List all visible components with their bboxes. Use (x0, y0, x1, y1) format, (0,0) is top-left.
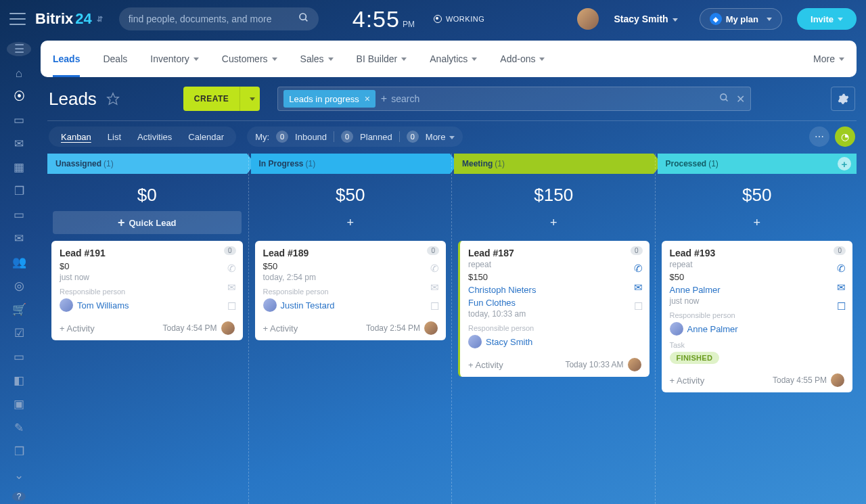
add-activity[interactable]: + Activity (468, 360, 503, 370)
view-list[interactable]: List (99, 129, 129, 145)
add-activity[interactable]: + Activity (60, 323, 95, 334)
rail-chat-icon[interactable]: ✉ (10, 137, 28, 151)
invite-button[interactable]: Invite (797, 8, 857, 30)
inbound-label[interactable]: Inbound (295, 132, 327, 142)
contact-link[interactable]: Anne Palmer (670, 285, 845, 295)
stage-header[interactable]: Processed (1) + (658, 154, 857, 174)
rail-doc-icon[interactable]: ▭ (10, 113, 28, 127)
rail-present-icon[interactable]: ▣ (10, 397, 28, 411)
rail-more-icon[interactable]: ⌄ (10, 468, 28, 482)
rail-file-icon[interactable]: ❐ (10, 184, 28, 198)
stage-header[interactable]: Unassigned (1) (47, 154, 247, 174)
responsible-person[interactable]: Tom Williams (60, 298, 235, 312)
tab-leads[interactable]: Leads (53, 41, 80, 77)
filter-bar[interactable]: Leads in progress × + ✕ (277, 87, 751, 111)
tab-more[interactable]: More (813, 41, 844, 77)
add-card-button[interactable]: + (658, 211, 857, 234)
quick-lead-button[interactable]: +Quick Lead (53, 211, 242, 234)
settings-button[interactable] (831, 87, 855, 111)
rail-mail-icon[interactable]: ✉ (10, 231, 28, 246)
view-calendar[interactable]: Calendar (180, 129, 232, 145)
mail-icon[interactable]: ✉ (430, 281, 439, 294)
brand-caret-icon[interactable]: ⇵ (97, 15, 103, 24)
filter-chip[interactable]: Leads in progress × (283, 90, 375, 108)
phone-icon[interactable]: ✆ (227, 262, 236, 275)
rail-sign-icon[interactable]: ✎ (10, 421, 28, 435)
phone-icon[interactable]: ✆ (430, 262, 439, 275)
rail-filter-icon[interactable]: ☰ (7, 42, 31, 56)
rail-box-icon[interactable]: ❒ (10, 444, 28, 459)
rail-badge-icon[interactable]: ▭ (10, 350, 28, 364)
lead-card[interactable]: 0 Lead #187 repeat $150 Christoph Nieter… (458, 241, 650, 377)
create-button[interactable]: CREATE (183, 87, 260, 111)
lead-card[interactable]: 0 Lead #189 $50 today, 2:54 pm Responsib… (255, 241, 447, 340)
rail-target-icon[interactable]: ◎ (10, 279, 28, 293)
stage-header[interactable]: In Progress (1) (251, 154, 451, 174)
stage-header[interactable]: Meeting (1) (454, 154, 654, 174)
user-menu[interactable]: Stacy Smith (614, 14, 677, 24)
phone-icon[interactable]: ✆ (634, 262, 643, 275)
rail-home-icon[interactable]: ⌂ (10, 67, 28, 81)
lead-card[interactable]: 0 Lead #193 repeat $50 Anne Palmer just … (662, 241, 853, 392)
view-activities[interactable]: Activities (129, 129, 180, 145)
robot-button[interactable]: ◔ (835, 127, 855, 147)
brand-logo[interactable]: Bitrix24 ⇵ (35, 10, 103, 28)
card-footer-meta: Today 10:33 AM (565, 358, 641, 371)
chat-icon[interactable]: ☐ (837, 300, 846, 313)
responsible-person[interactable]: Stacy Smith (468, 335, 641, 348)
rail-calendar-icon[interactable]: ▦ (10, 160, 28, 175)
tab-inventory[interactable]: Inventory (150, 41, 199, 77)
chip-remove-icon[interactable]: × (365, 93, 370, 104)
search-input[interactable] (129, 14, 298, 24)
chat-icon[interactable]: ☐ (227, 300, 236, 313)
filter-clear-icon[interactable]: ✕ (736, 93, 745, 106)
add-activity[interactable]: + Activity (263, 323, 298, 334)
my-plan-button[interactable]: ◆ My plan (700, 8, 782, 30)
add-activity[interactable]: + Activity (670, 375, 705, 386)
planned-label[interactable]: Planned (360, 132, 392, 142)
mail-icon[interactable]: ✉ (837, 281, 846, 294)
stage-count: (1) (708, 159, 719, 168)
add-card-button[interactable]: + (454, 211, 654, 234)
star-icon[interactable] (106, 92, 120, 106)
mail-icon[interactable]: ✉ (634, 281, 643, 294)
help-icon[interactable]: ? (12, 492, 26, 501)
chat-icon[interactable]: ☐ (430, 300, 439, 313)
responsible-person[interactable]: Anne Palmer (670, 322, 845, 336)
working-status[interactable]: WORKING (434, 15, 484, 23)
user-avatar[interactable] (577, 8, 599, 30)
rail-network-icon[interactable]: ⦿ (10, 90, 28, 104)
rail-card-icon[interactable]: ▭ (10, 208, 28, 222)
more-options-button[interactable]: ⋯ (809, 127, 829, 147)
mail-icon[interactable]: ✉ (227, 281, 236, 294)
lead-card[interactable]: 0 Lead #191 $0 just now Responsible pers… (51, 241, 243, 340)
global-search[interactable] (119, 7, 319, 30)
tab-analytics[interactable]: Analytics (430, 41, 477, 77)
rail-cart-icon[interactable]: 🛒 (10, 302, 28, 317)
my-more-label[interactable]: More (426, 132, 455, 142)
search-icon[interactable] (298, 12, 309, 26)
menu-icon[interactable] (9, 13, 26, 25)
add-stage-icon[interactable]: + (838, 157, 851, 170)
tab-sales[interactable]: Sales (300, 41, 334, 77)
create-dropdown-icon[interactable] (240, 87, 260, 111)
chat-icon[interactable]: ☐ (634, 300, 643, 313)
footer-time: Today 4:55 PM (773, 375, 827, 385)
tab-deals[interactable]: Deals (103, 41, 127, 77)
filter-input[interactable] (391, 93, 712, 104)
view-kanban[interactable]: Kanban (53, 129, 99, 145)
responsible-person[interactable]: Justin Testard (263, 298, 438, 312)
count-badge: 0 (224, 246, 236, 255)
add-card-button[interactable]: + (251, 211, 451, 234)
tab-addons[interactable]: Add-ons (500, 41, 545, 77)
rail-people-icon[interactable]: 👥 (10, 255, 28, 269)
rail-android-icon[interactable]: ◧ (10, 373, 28, 388)
tab-bi-builder[interactable]: BI Builder (357, 41, 407, 77)
rail-check-icon[interactable]: ☑ (10, 326, 28, 340)
filter-add-icon[interactable]: + (381, 93, 387, 105)
company-link[interactable]: Fun Clothes (468, 298, 641, 308)
phone-icon[interactable]: ✆ (837, 262, 846, 275)
tab-customers[interactable]: Customers (222, 41, 277, 77)
filter-search-icon[interactable] (719, 93, 729, 106)
contact-link[interactable]: Christoph Nieters (468, 285, 641, 295)
